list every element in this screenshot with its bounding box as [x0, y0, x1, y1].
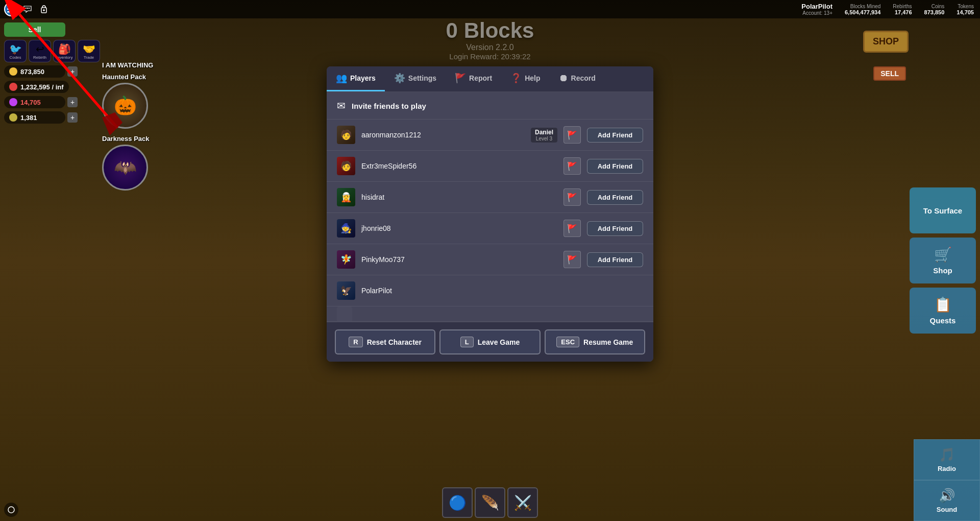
bottom-chat-icon[interactable] [4, 503, 18, 517]
trade-icon: 🤝 [83, 43, 95, 55]
leave-label: Leave Game [478, 338, 520, 346]
add-friend-button-0[interactable]: Add Friend [587, 128, 643, 143]
hud-icons-row: 🐦 Codes ↩ Rebirth 🎒 Inventory 🤝 Trade [4, 40, 100, 62]
sound-icon: 🔊 [939, 488, 955, 504]
center-title-area: 0 Blocks Version 2.2.0 Login Reward: 20:… [446, 18, 534, 61]
tab-settings[interactable]: ⚙️ Settings [385, 66, 446, 91]
shop-sign: SHOP [863, 31, 909, 53]
partial-avatar [337, 306, 352, 322]
coins-bubble: 873,850 [4, 65, 65, 78]
add-friend-button-4[interactable]: Add Friend [587, 252, 643, 267]
add-friend-button-3[interactable]: Add Friend [587, 221, 643, 236]
player-name-4: PinkyMoo737 [361, 255, 456, 264]
flag-button-2[interactable]: 🚩 [564, 188, 581, 206]
partial-row [327, 306, 653, 322]
tab-record[interactable]: ⏺ Record [550, 66, 605, 91]
level-badge-name-0: Daniel [535, 129, 553, 136]
rebirth-icon-box[interactable]: ↩ Rebirth [29, 40, 51, 62]
coins-resource-row: 873,850 + [4, 65, 100, 78]
to-surface-button[interactable]: To Surface [910, 187, 976, 233]
svg-rect-7 [27, 8, 28, 9]
tab-help[interactable]: ❓ Help [501, 66, 549, 91]
keys-resource-row: 1,381 + [4, 111, 100, 124]
player-row-2: 🧝 hisidrat 🚩 Add Friend [327, 182, 653, 213]
sound-button[interactable]: 🔊 Sound [914, 480, 980, 521]
chat-icon [8, 506, 15, 513]
shop-icon: 🛒 [934, 246, 952, 263]
quests-button[interactable]: 📋 Quests [910, 288, 976, 334]
tokens-label: Tokens [958, 4, 974, 9]
coins-plus-button[interactable]: + [67, 66, 78, 77]
main-dialog: 👥 Players ⚙️ Settings 🚩 Report ❓ Help ⏺ … [327, 66, 653, 362]
sell-sign: SELL [873, 66, 906, 81]
record-tab-label: Record [571, 74, 596, 82]
menu-button[interactable] [4, 2, 18, 16]
tokens-plus-button[interactable]: + [67, 97, 78, 107]
player-name-0: aaronmanzon1212 [361, 131, 525, 139]
player-avatar-4: 🧚 [337, 250, 355, 269]
shield-bubble: 1,232,595 / inf [4, 81, 69, 93]
trade-label: Trade [84, 55, 94, 60]
keys-bubble: 1,381 [4, 111, 65, 124]
inventory-icon-box[interactable]: 🎒 Inventory [53, 40, 76, 62]
bottom-left-chat [4, 503, 18, 517]
darkness-pack-icon[interactable]: 🦇 [102, 145, 148, 191]
flag-button-3[interactable]: 🚩 [564, 220, 581, 237]
chat-button[interactable] [20, 2, 35, 16]
quests-label: Quests [930, 316, 956, 325]
sell-button[interactable]: Sell [4, 22, 65, 37]
player-avatar-3: 🧙 [337, 219, 355, 238]
toolbar-slot-2[interactable]: 🪶 [475, 487, 505, 518]
pack-area: I AM WATCHING Haunted Pack 🎃 Darkness Pa… [102, 61, 153, 191]
svg-point-12 [8, 507, 14, 513]
svg-rect-4 [7, 9, 15, 10]
players-tab-icon: 👥 [336, 73, 347, 84]
flag-button-1[interactable]: 🚩 [564, 157, 581, 175]
radio-icon: 🎵 [939, 447, 955, 463]
player-name-2: hisidrat [361, 193, 456, 201]
report-tab-icon: 🚩 [455, 73, 466, 84]
player-name: PolarPilot [801, 3, 832, 10]
invite-icon: ✉ [337, 100, 346, 112]
invite-row[interactable]: ✉ Invite friends to play [327, 92, 653, 120]
rebirths-label: Rebirths [893, 4, 912, 9]
top-bar-right: PolarPilot Account: 13+ Blocks Mined 6,5… [801, 3, 980, 16]
codes-icon-box[interactable]: 🐦 Codes [4, 40, 27, 62]
flag-button-4[interactable]: 🚩 [564, 251, 581, 268]
dialog-tabs: 👥 Players ⚙️ Settings 🚩 Report ❓ Help ⏺ … [327, 66, 653, 92]
keys-dot [9, 113, 17, 122]
level-badge-level-0: Level 3 [536, 136, 552, 141]
sound-label: Sound [937, 506, 957, 513]
keys-plus-button[interactable]: + [67, 112, 78, 123]
shop-button[interactable]: 🛒 Shop [910, 238, 976, 283]
tab-report[interactable]: 🚩 Report [446, 66, 501, 91]
player-row-self: 🦅 PolarPilot [327, 275, 653, 306]
toolbar-slot-1[interactable]: 🔵 [442, 487, 473, 518]
reset-character-button[interactable]: R Reset Character [335, 329, 435, 354]
add-friend-button-1[interactable]: Add Friend [587, 159, 643, 174]
svg-rect-6 [26, 8, 27, 9]
rebirth-label: Rebirth [33, 55, 46, 60]
leave-game-button[interactable]: L Leave Game [439, 329, 540, 354]
leave-key-badge: L [460, 337, 474, 347]
flag-button-0[interactable]: 🚩 [564, 126, 581, 144]
report-tab-label: Report [469, 74, 492, 82]
codes-icon: 🐦 [9, 43, 22, 55]
trade-icon-box[interactable]: 🤝 Trade [78, 40, 100, 62]
haunted-pack-icon[interactable]: 🎃 [102, 83, 148, 129]
record-tab-icon: ⏺ [559, 73, 568, 84]
haunted-pack-label: Haunted Pack [102, 73, 153, 81]
blocks-mined-stat: Blocks Mined 6,504,477,934 [845, 4, 880, 15]
dialog-footer: R Reset Character L Leave Game ESC Resum… [327, 322, 653, 362]
inventory-icon: 🎒 [58, 43, 71, 55]
blocks-mined-value: 6,504,477,934 [845, 9, 880, 15]
radio-button[interactable]: 🎵 Radio [914, 439, 980, 480]
toolbar-slot-3[interactable]: ⚔️ [507, 487, 538, 518]
player-name-3: jhonrie08 [361, 224, 456, 232]
tab-players[interactable]: 👥 Players [327, 66, 385, 91]
backpack-button[interactable] [37, 2, 51, 16]
resume-game-button[interactable]: ESC Resume Game [545, 329, 645, 354]
login-reward: Login Reward: 20:39:22 [446, 52, 534, 61]
add-friend-button-2[interactable]: Add Friend [587, 190, 643, 205]
rebirth-icon: ↩ [36, 43, 44, 55]
